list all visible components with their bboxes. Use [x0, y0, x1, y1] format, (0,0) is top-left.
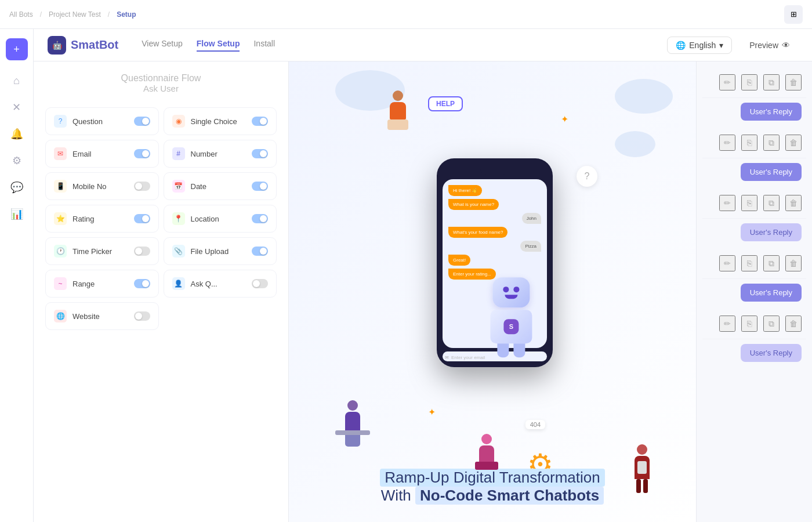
delete-icon-btn-2[interactable]: 🗑: [785, 135, 802, 151]
edit-icon-btn-5[interactable]: ✏: [719, 316, 735, 332]
action-row-3: ✏ ⎘ ⧉ 🗑: [702, 188, 806, 219]
copy-icon-btn-3[interactable]: ⎘: [741, 195, 757, 211]
mobile-toggle[interactable]: [134, 182, 150, 191]
flow-item-rating[interactable]: ⭐ Rating: [45, 205, 159, 233]
flow-item-location[interactable]: 📍 Location: [164, 205, 277, 233]
users-reply-btn-5[interactable]: User's Reply: [741, 344, 802, 362]
askq-toggle[interactable]: [252, 279, 268, 288]
singlechoice-toggle[interactable]: [252, 117, 268, 126]
language-label: English: [689, 41, 716, 50]
rating-toggle[interactable]: [134, 214, 150, 223]
edit-icon-btn-4[interactable]: ✏: [719, 255, 735, 271]
duplicate-icon-btn-4[interactable]: ⧉: [763, 255, 780, 271]
home-nav-button[interactable]: ⌂: [6, 70, 28, 92]
date-toggle[interactable]: [252, 182, 268, 191]
users-reply-row-1: User's Reply: [702, 98, 806, 128]
number-toggle[interactable]: [252, 149, 268, 158]
mobile-icon: 📱: [54, 180, 67, 193]
grid-view-button[interactable]: ⊞: [784, 5, 803, 24]
users-reply-btn-1[interactable]: User's Reply: [741, 103, 802, 121]
edit-icon-btn-3[interactable]: ✏: [719, 195, 735, 211]
char-head-left: [347, 400, 358, 411]
duplicate-icon-btn-2[interactable]: ⧉: [763, 135, 780, 151]
settings-nav-button[interactable]: ⚙: [6, 150, 28, 172]
promo-prefix: With: [381, 487, 415, 504]
bell-nav-button[interactable]: 🔔: [6, 123, 28, 145]
breadcrumb-project[interactable]: Project New Test: [49, 10, 101, 19]
users-reply-btn-4[interactable]: User's Reply: [741, 284, 802, 302]
action-row-1: ✏ ⎘ ⧉ 🗑: [702, 67, 806, 98]
users-reply-row-2: User's Reply: [702, 158, 806, 188]
add-nav-button[interactable]: +: [6, 38, 28, 60]
time-toggle[interactable]: [134, 246, 150, 256]
person-bottom-figure: [475, 434, 498, 470]
chat-nav-button[interactable]: 💬: [6, 176, 28, 198]
number-label: Number: [191, 150, 217, 158]
flow-item-number[interactable]: # Number: [164, 140, 277, 168]
flow-item-fileupload[interactable]: 📎 File Upload: [164, 237, 277, 265]
tab-flow-setup[interactable]: Flow Setup: [197, 39, 240, 52]
flow-item-singlechoice[interactable]: ◉ Single Choice: [164, 107, 277, 135]
flow-item-website[interactable]: 🌐 Website: [45, 302, 159, 330]
time-icon: 🕐: [54, 245, 67, 258]
star-deco-2: ✦: [428, 407, 436, 418]
language-selector[interactable]: 🌐 English ▾: [667, 37, 732, 54]
flow-item-date[interactable]: 📅 Date: [164, 172, 277, 200]
tab-install[interactable]: Install: [253, 39, 275, 52]
chart-nav-button[interactable]: 📊: [6, 203, 28, 225]
char-body-left: [345, 412, 360, 430]
flow-item-range[interactable]: ~ Range: [45, 270, 159, 298]
right-actions-panel: ✏ ⎘ ⧉ 🗑 User's Reply ✏ ⎘ ⧉ 🗑 User's Repl…: [696, 61, 812, 522]
copy-icon-btn-2[interactable]: ⎘: [741, 135, 757, 151]
preview-button[interactable]: Preview 👁: [741, 37, 798, 53]
phone-notch: [480, 168, 509, 175]
users-reply-btn-2[interactable]: User's Reply: [741, 163, 802, 181]
robot-figure: S: [490, 277, 532, 357]
tab-view-setup[interactable]: View Setup: [142, 39, 183, 52]
system-topbar: All Bots / Project New Test / Setup ⊞: [0, 0, 812, 29]
duplicate-icon-btn-5[interactable]: ⧉: [763, 316, 780, 332]
file-toggle[interactable]: [252, 246, 268, 256]
email-toggle[interactable]: [134, 149, 150, 158]
location-toggle[interactable]: [252, 214, 268, 223]
delete-icon-btn-3[interactable]: 🗑: [785, 195, 802, 211]
chat-bot-bubble-4: Great!: [448, 255, 470, 266]
cloud-decoration-2: [615, 131, 655, 157]
duplicate-icon-btn-3[interactable]: ⧉: [763, 195, 780, 211]
person-top-figure: [387, 90, 408, 130]
flow-item-mobile[interactable]: 📱 Mobile No: [45, 172, 159, 200]
char-head-top: [393, 90, 403, 101]
flow-item-askq[interactable]: 👤 Ask Q...: [164, 270, 277, 298]
edit-icon-btn-2[interactable]: ✏: [719, 135, 735, 151]
chat-bot-bubble-1: Hi there! 👋: [448, 185, 482, 196]
flow-item-email[interactable]: ✉ Email: [45, 140, 159, 168]
delete-icon-btn-4[interactable]: 🗑: [785, 255, 802, 271]
website-toggle[interactable]: [134, 311, 150, 321]
top-right-controls: 🌐 English ▾ Preview 👁: [667, 37, 798, 54]
copy-icon-btn-1[interactable]: ⎘: [741, 74, 757, 90]
range-icon: ~: [54, 277, 67, 290]
robot-head: [492, 277, 530, 307]
flow-item-question[interactable]: ? Question: [45, 107, 159, 135]
character-bottom: [475, 434, 498, 470]
copy-icon-btn-4[interactable]: ⎘: [741, 255, 757, 271]
flow-item-timepicker[interactable]: 🕐 Time Picker: [45, 237, 159, 265]
delete-icon-btn-1[interactable]: 🗑: [785, 74, 802, 90]
breadcrumb-bots[interactable]: All Bots: [9, 10, 33, 19]
users-reply-btn-3[interactable]: User's Reply: [741, 223, 802, 241]
copy-icon-btn-5[interactable]: ⎘: [741, 316, 757, 332]
question-toggle[interactable]: [134, 117, 150, 126]
duplicate-icon-btn-1[interactable]: ⧉: [763, 74, 780, 90]
singlechoice-label: Single Choice: [191, 117, 237, 126]
website-label: Website: [72, 312, 100, 321]
promo-bold-text: No-Code Smart Chatbots: [420, 487, 599, 504]
main-content: Questionnaire Flow Ask User ? Question ◉…: [34, 61, 812, 522]
robot-eye-right: [513, 287, 519, 292]
logo-text: SmatBot: [71, 38, 118, 52]
edit-icon-btn-1[interactable]: ✏: [719, 74, 735, 90]
range-toggle[interactable]: [134, 279, 150, 288]
delete-icon-btn-5[interactable]: 🗑: [785, 316, 802, 332]
tools-nav-button[interactable]: ✕: [6, 96, 28, 118]
robot-leg-right: [513, 343, 525, 357]
character-left: [335, 400, 370, 447]
